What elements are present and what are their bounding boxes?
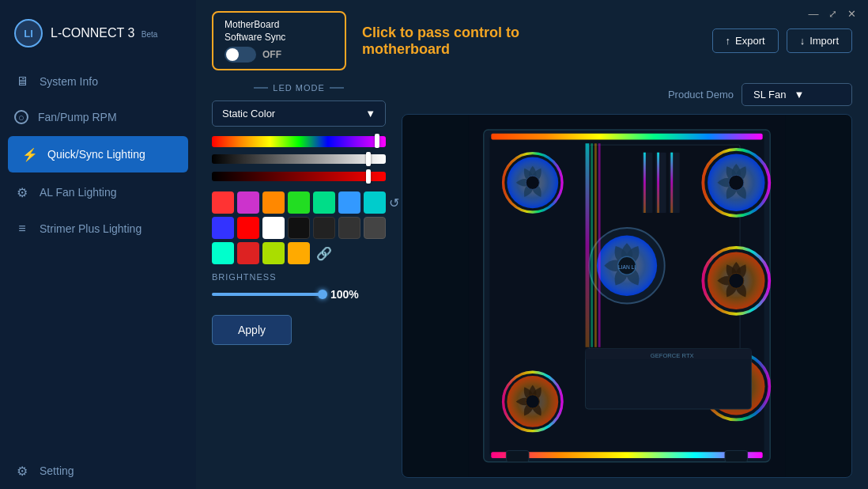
apply-button[interactable]: Apply (212, 315, 292, 345)
swatch-mint[interactable] (313, 191, 335, 214)
svg-rect-33 (594, 143, 597, 347)
monitor-icon: 🖥 (14, 74, 30, 89)
svg-point-42 (526, 395, 539, 408)
svg-rect-3 (491, 134, 762, 140)
svg-point-38 (526, 176, 539, 189)
minimize-button[interactable]: — (806, 6, 821, 21)
link-icon[interactable]: 🔗 (313, 242, 335, 264)
lightning-icon: ⚡ (22, 146, 38, 162)
toggle-knob (226, 48, 239, 61)
palette-row-2 (212, 217, 386, 239)
motherboard-sync-toggle[interactable] (225, 47, 256, 63)
reset-icon[interactable]: ↺ (389, 191, 399, 214)
sidebar-item-strimer-plus[interactable]: ≡ Strimer Plus Lighting (0, 210, 196, 247)
import-label: Import (810, 35, 839, 47)
sidebar-item-al-fan-lighting[interactable]: ⚙ AL Fan Lighting (0, 174, 196, 210)
product-demo-selected: SL Fan (753, 89, 786, 100)
svg-rect-4 (491, 453, 762, 459)
export-icon: ↑ (726, 35, 731, 47)
white-thumb (366, 152, 371, 166)
swatch-custom-4[interactable] (288, 242, 310, 264)
sidebar-item-fan-pump-rpm[interactable]: ○ Fan/Pump RPM (0, 100, 196, 135)
swatch-dark1[interactable] (313, 217, 335, 239)
red-slider[interactable] (212, 172, 386, 181)
import-icon: ↓ (800, 35, 806, 47)
toggle-off-label: OFF (262, 49, 281, 60)
toggle-row: OFF (225, 47, 281, 63)
gear-icon: ⚙ (14, 463, 30, 479)
sidebar-item-quick-sync-lighting[interactable]: ⚡ Quick/Sync Lighting (8, 136, 188, 172)
swatch-orange[interactable] (262, 191, 285, 214)
click-to-pass-text: Click to pass control to motherboard (362, 25, 519, 58)
title-bar: — ⤢ ✕ (797, 0, 868, 27)
pc-case-visualization: LIAN LI (402, 114, 852, 478)
brightness-area: BRIGHTNESS 100% (212, 272, 386, 301)
led-mode-dropdown[interactable]: Static Color ▼ (212, 100, 386, 127)
swatch-bright-red[interactable] (237, 217, 259, 239)
swatch-custom-1[interactable] (212, 242, 234, 264)
swatch-purple[interactable] (237, 191, 259, 214)
al-fan-icon: ⚙ (14, 184, 30, 200)
svg-rect-34 (598, 143, 601, 347)
maximize-button[interactable]: ⤢ (825, 6, 840, 21)
motherboard-sync-box[interactable]: MotherBoard Software Sync OFF (212, 11, 346, 70)
rainbow-slider[interactable] (212, 136, 386, 147)
top-actions: ↑ Export ↓ Import (712, 28, 852, 53)
swatch-red[interactable] (212, 191, 234, 214)
sidebar-label-strimer-plus: Strimer Plus Lighting (40, 222, 142, 235)
brightness-track[interactable] (212, 293, 323, 296)
swatch-cyan[interactable] (364, 191, 386, 214)
product-demo-row: Product Demo SL Fan ▼ (402, 83, 852, 106)
swatch-green[interactable] (288, 191, 310, 214)
red-slider-row (212, 169, 386, 184)
color-sliders (212, 135, 386, 184)
led-mode-selected: Static Color (222, 108, 275, 119)
swatch-custom-3[interactable] (262, 242, 285, 264)
close-button[interactable]: ✕ (844, 6, 859, 21)
rainbow-slider-row (212, 135, 386, 149)
swatch-dark2[interactable] (338, 217, 360, 239)
export-label: Export (735, 35, 765, 47)
svg-text:LIAN LI: LIAN LI (618, 264, 636, 270)
sidebar-item-setting[interactable]: ⚙ Setting (0, 453, 196, 489)
import-button[interactable]: ↓ Import (787, 28, 852, 53)
swatch-white[interactable] (262, 217, 285, 239)
svg-text:GEFORCE RTX: GEFORCE RTX (651, 352, 694, 359)
svg-rect-31 (586, 143, 590, 347)
svg-rect-7 (643, 153, 646, 213)
app-name-label: L-CONNECT 3 (51, 26, 134, 40)
pc-panel: Product Demo SL Fan ▼ (402, 83, 852, 478)
motherboard-sync-label: MotherBoard Software Sync (225, 19, 285, 44)
sidebar-item-system-info[interactable]: 🖥 System Info (0, 63, 196, 100)
swatch-dark-blue[interactable] (212, 217, 234, 239)
dropdown-chevron-icon: ▼ (365, 108, 376, 119)
top-bar: MotherBoard Software Sync OFF Click to p… (212, 11, 852, 70)
svg-rect-32 (591, 143, 593, 347)
svg-point-19 (729, 175, 744, 190)
logo-row: LI L-CONNECT 3 Beta (0, 11, 196, 63)
white-slider[interactable] (212, 154, 386, 164)
white-slider-row (212, 152, 386, 166)
svg-rect-11 (670, 153, 673, 213)
sidebar-label-system-info: System Info (40, 75, 98, 88)
svg-point-23 (729, 273, 744, 288)
svg-rect-43 (506, 451, 529, 462)
swatch-dark3[interactable] (364, 217, 386, 239)
app-title: L-CONNECT 3 Beta (51, 26, 157, 40)
palette-row-1: ↺ (212, 191, 386, 214)
sidebar-label-al-fan-lighting: AL Fan Lighting (40, 186, 117, 199)
product-demo-label: Product Demo (668, 89, 734, 100)
click-to-pass-line1: Click to pass control to (362, 25, 519, 41)
brightness-value: 100% (330, 288, 359, 301)
svg-rect-9 (657, 153, 659, 213)
product-demo-dropdown[interactable]: SL Fan ▼ (742, 83, 852, 106)
swatch-black[interactable] (288, 217, 310, 239)
sidebar-label-quick-sync-lighting: Quick/Sync Lighting (47, 148, 145, 161)
led-controls: LED MODE Static Color ▼ (212, 83, 386, 345)
swatch-blue[interactable] (338, 191, 360, 214)
svg-rect-44 (725, 451, 748, 462)
export-button[interactable]: ↑ Export (712, 28, 779, 53)
main-content: MotherBoard Software Sync OFF Click to p… (196, 0, 868, 489)
swatch-custom-2[interactable] (237, 242, 259, 264)
color-palette: ↺ (212, 191, 386, 264)
